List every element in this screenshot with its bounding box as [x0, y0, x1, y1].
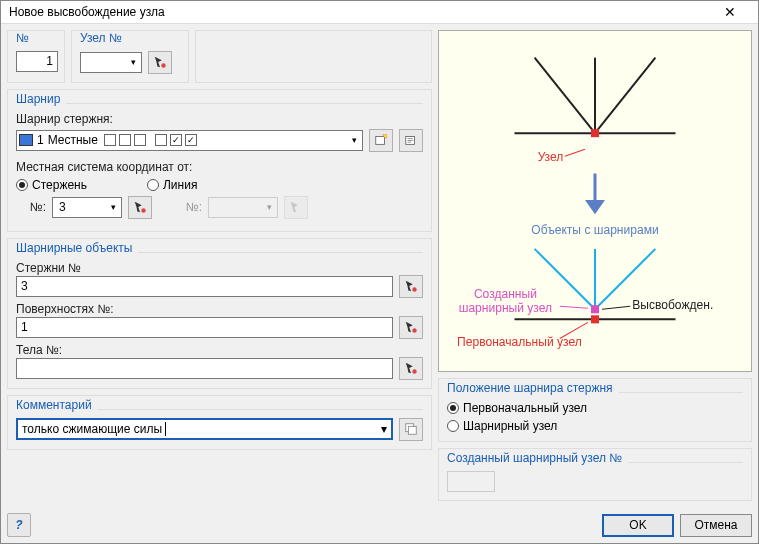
- pick-members-button[interactable]: [399, 275, 423, 298]
- svg-text:Узел: Узел: [538, 150, 564, 164]
- new-hinge-button[interactable]: [369, 129, 393, 152]
- pick-solids-button[interactable]: [399, 357, 423, 380]
- solids-input[interactable]: [16, 358, 393, 379]
- created-node-input: [447, 471, 495, 492]
- comment-title: Комментарий: [16, 398, 98, 412]
- close-icon[interactable]: ✕: [710, 4, 750, 20]
- svg-text:Созданный: Созданный: [474, 287, 537, 301]
- svg-rect-25: [591, 305, 599, 313]
- footer: ? OK Отмена: [1, 507, 758, 543]
- svg-rect-12: [408, 427, 416, 435]
- line-no-select: ▾: [208, 197, 278, 218]
- svg-text:шарнирный узел: шарнирный узел: [459, 301, 552, 315]
- members-label: Стержни №: [16, 261, 423, 275]
- pick-line-button: [284, 196, 308, 219]
- svg-line-21: [535, 249, 595, 309]
- comment-group: Комментарий только сжимающие силы ▾: [7, 395, 432, 450]
- svg-point-9: [412, 329, 416, 333]
- svg-point-10: [412, 370, 416, 374]
- comment-library-button[interactable]: [399, 418, 423, 441]
- chevron-down-icon: ▾: [381, 422, 387, 436]
- hinge-flags: ✓✓: [104, 134, 197, 146]
- empty-group: [195, 30, 432, 83]
- number-group: №: [7, 30, 65, 83]
- surfaces-label: Поверхностях №:: [16, 302, 423, 316]
- edit-hinge-button[interactable]: [399, 129, 423, 152]
- hinge-title: Шарнир: [16, 92, 66, 106]
- ok-button[interactable]: OK: [602, 514, 674, 537]
- node-number-select[interactable]: ▾: [80, 52, 142, 73]
- members-input[interactable]: [16, 276, 393, 297]
- solids-label: Тела №:: [16, 343, 423, 357]
- svg-text:Объекты с шарнирами: Объекты с шарнирами: [531, 223, 658, 237]
- local-cs-label: Местная система координат от:: [16, 160, 423, 174]
- pick-surfaces-button[interactable]: [399, 316, 423, 339]
- radio-line[interactable]: Линия: [147, 178, 197, 192]
- created-node-group: Созданный шарнирный узел №: [438, 448, 752, 501]
- title-bar: Новое высвобождение узла ✕: [1, 1, 758, 24]
- chevron-down-icon: ▾: [108, 202, 119, 212]
- svg-point-7: [141, 209, 145, 213]
- hinge-group: Шарнир Шарнир стержня: 1 Местные ✓✓ ▾: [7, 89, 432, 232]
- svg-point-8: [412, 288, 416, 292]
- help-button[interactable]: ?: [7, 513, 31, 537]
- position-group: Положение шарнира стержня Первоначальный…: [438, 378, 752, 442]
- svg-line-15: [595, 58, 655, 133]
- svg-line-13: [535, 58, 595, 133]
- svg-rect-4: [408, 139, 413, 140]
- cancel-button[interactable]: Отмена: [680, 514, 752, 537]
- member-hinge-select[interactable]: 1 Местные ✓✓ ▾: [16, 130, 363, 151]
- number-label: №: [16, 31, 35, 45]
- radio-original-node[interactable]: Первоначальный узел: [447, 401, 587, 415]
- diagram-preview: Узел Объекты с шарнирами Созданный шарни…: [438, 30, 752, 372]
- member-no-select[interactable]: 3▾: [52, 197, 122, 218]
- svg-text:Высвобожден.: Высвобожден.: [632, 298, 713, 312]
- window-title: Новое высвобождение узла: [9, 5, 710, 19]
- number-input[interactable]: [16, 51, 58, 72]
- svg-line-18: [565, 149, 585, 156]
- member-hinge-label: Шарнир стержня:: [16, 112, 423, 126]
- chevron-down-icon: ▾: [349, 135, 360, 145]
- created-node-title: Созданный шарнирный узел №: [447, 451, 628, 465]
- radio-member[interactable]: Стержень: [16, 178, 87, 192]
- hinge-objects-title: Шарнирные объекты: [16, 241, 138, 255]
- pick-member-button[interactable]: [128, 196, 152, 219]
- radio-hinge-node[interactable]: Шарнирный узел: [447, 419, 557, 433]
- svg-point-0: [161, 64, 165, 68]
- comment-input[interactable]: только сжимающие силы ▾: [16, 418, 393, 440]
- svg-rect-5: [408, 140, 413, 141]
- svg-rect-6: [408, 142, 412, 143]
- svg-line-30: [602, 306, 630, 309]
- surfaces-input[interactable]: [16, 317, 393, 338]
- svg-rect-26: [591, 315, 599, 323]
- svg-rect-17: [591, 129, 599, 137]
- hinge-objects-group: Шарнирные объекты Стержни № Поверхностях…: [7, 238, 432, 389]
- svg-point-2: [384, 134, 388, 138]
- node-number-group: Узел № ▾: [71, 30, 189, 83]
- chevron-down-icon: ▾: [264, 202, 275, 212]
- svg-line-27: [560, 306, 588, 308]
- svg-text:Первоначальный узел: Первоначальный узел: [457, 335, 582, 349]
- pick-node-button[interactable]: [148, 51, 172, 74]
- position-title: Положение шарнира стержня: [447, 381, 619, 395]
- color-swatch: [19, 134, 33, 146]
- chevron-down-icon: ▾: [128, 57, 139, 67]
- svg-rect-1: [376, 137, 385, 145]
- node-number-label: Узел №: [80, 31, 128, 45]
